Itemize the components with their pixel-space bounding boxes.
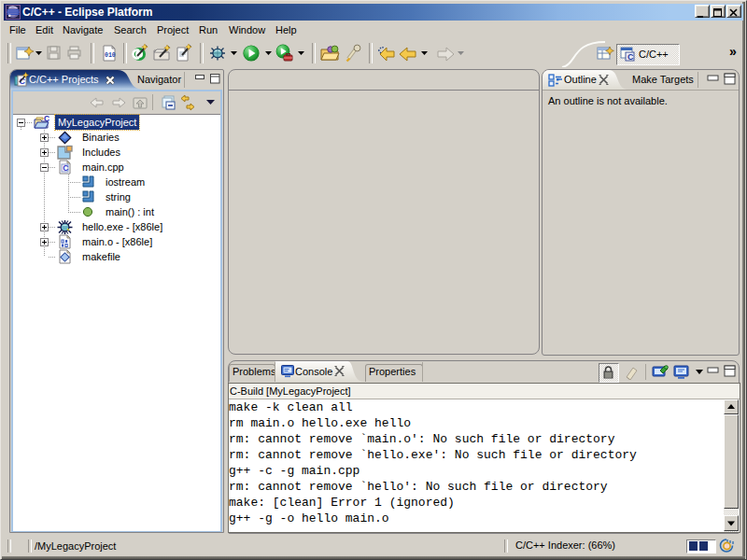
svg-text:010: 010	[105, 52, 116, 59]
svg-text:C: C	[63, 163, 68, 173]
svg-text:C: C	[44, 115, 49, 123]
svg-text:C: C	[627, 52, 634, 62]
